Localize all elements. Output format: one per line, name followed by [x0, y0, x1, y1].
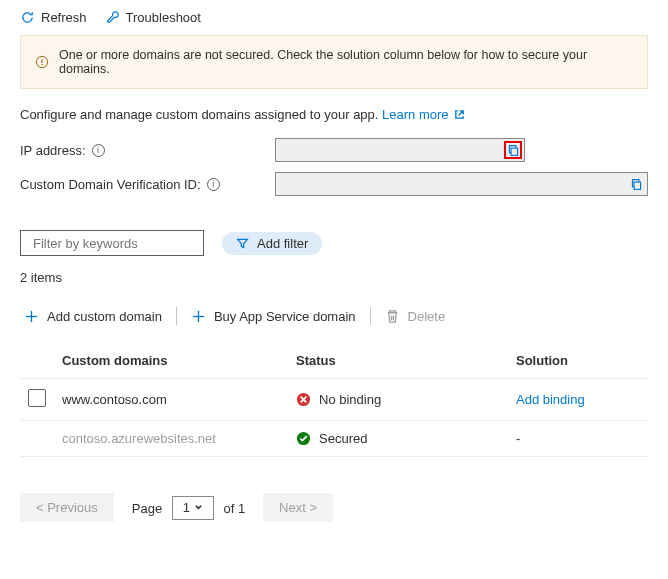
copy-ip-button[interactable] — [504, 141, 522, 159]
warning-text: One or more domains are not secured. Che… — [59, 48, 633, 76]
buy-domain-button[interactable]: Buy App Service domain — [191, 309, 370, 324]
refresh-button[interactable]: Refresh — [20, 10, 87, 25]
status-text: No binding — [319, 392, 381, 407]
table-row[interactable]: www.contoso.com No binding Add binding — [20, 379, 648, 421]
filter-input[interactable] — [33, 236, 201, 251]
wrench-icon — [105, 10, 120, 25]
verification-id-field — [275, 172, 648, 196]
delete-button: Delete — [385, 309, 460, 324]
page-select[interactable]: 1 — [172, 496, 214, 520]
troubleshoot-button[interactable]: Troubleshoot — [105, 10, 201, 25]
page-label: Page — [132, 500, 162, 515]
table-row: contoso.azurewebsites.net Secured - — [20, 421, 648, 457]
plus-icon — [191, 309, 206, 324]
verification-id-label: Custom Domain Verification ID: — [20, 177, 201, 192]
pagination: < Previous Page 1 of 1 Next > — [20, 493, 648, 522]
external-link-icon — [454, 109, 465, 120]
filter-search-field[interactable] — [20, 230, 204, 256]
add-custom-domain-button[interactable]: Add custom domain — [24, 309, 176, 324]
domain-cell: www.contoso.com — [54, 379, 288, 421]
domains-table: Custom domains Status Solution www.conto… — [20, 343, 648, 457]
column-status[interactable]: Status — [288, 343, 508, 379]
svg-rect-4 — [634, 182, 641, 189]
next-page-button[interactable]: Next > — [263, 493, 333, 522]
column-solution[interactable]: Solution — [508, 343, 648, 379]
trash-icon — [385, 309, 400, 324]
learn-more-link[interactable]: Learn more — [382, 107, 465, 122]
refresh-icon — [20, 10, 35, 25]
troubleshoot-label: Troubleshoot — [126, 10, 201, 25]
info-icon[interactable]: i — [207, 178, 220, 191]
ip-address-field — [275, 138, 525, 162]
info-warning-icon — [35, 55, 49, 69]
error-icon — [296, 392, 311, 407]
row-checkbox[interactable] — [28, 389, 46, 407]
description-text: Configure and manage custom domains assi… — [20, 107, 378, 122]
copy-icon — [630, 178, 643, 191]
copy-verification-button[interactable] — [627, 175, 645, 193]
svg-rect-3 — [511, 148, 518, 155]
page-of: of 1 — [223, 500, 245, 515]
solution-cell: - — [508, 421, 648, 457]
add-binding-link[interactable]: Add binding — [516, 392, 585, 407]
copy-icon — [507, 144, 520, 157]
info-icon[interactable]: i — [92, 144, 105, 157]
add-filter-button[interactable]: Add filter — [222, 232, 322, 255]
separator — [176, 307, 177, 325]
plus-icon — [24, 309, 39, 324]
item-count: 2 items — [20, 270, 648, 285]
svg-point-2 — [41, 64, 42, 65]
separator — [370, 307, 371, 325]
refresh-label: Refresh — [41, 10, 87, 25]
ip-address-label: IP address: — [20, 143, 86, 158]
domain-cell: contoso.azurewebsites.net — [54, 421, 288, 457]
chevron-down-icon — [194, 503, 203, 512]
column-custom-domains[interactable]: Custom domains — [54, 343, 288, 379]
status-text: Secured — [319, 431, 367, 446]
warning-banner: One or more domains are not secured. Che… — [20, 35, 648, 89]
previous-page-button[interactable]: < Previous — [20, 493, 114, 522]
filter-icon — [236, 237, 249, 250]
success-icon — [296, 431, 311, 446]
